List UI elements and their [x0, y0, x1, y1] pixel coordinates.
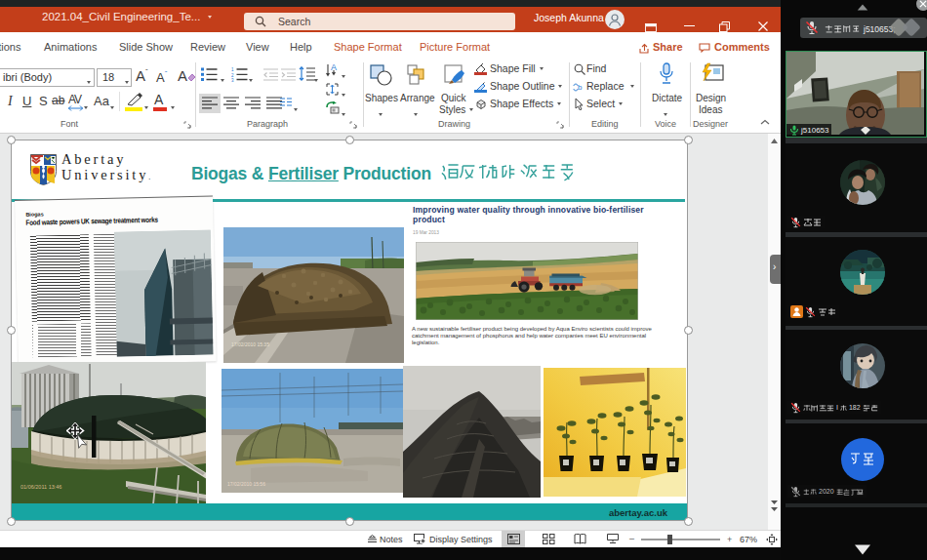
svg-text:b: b: [578, 83, 583, 92]
svg-text:17/02/2010 15:56: 17/02/2010 15:56: [227, 481, 265, 487]
svg-text:A: A: [331, 63, 337, 72]
svg-text:1: 1: [231, 67, 234, 72]
svg-text:3: 3: [231, 78, 234, 82]
svg-text:2: 2: [231, 73, 234, 78]
svg-text:01/06/2011 13:46: 01/06/2011 13:46: [20, 484, 61, 490]
svg-text:17/02/2010 15:35: 17/02/2010 15:35: [231, 341, 269, 347]
